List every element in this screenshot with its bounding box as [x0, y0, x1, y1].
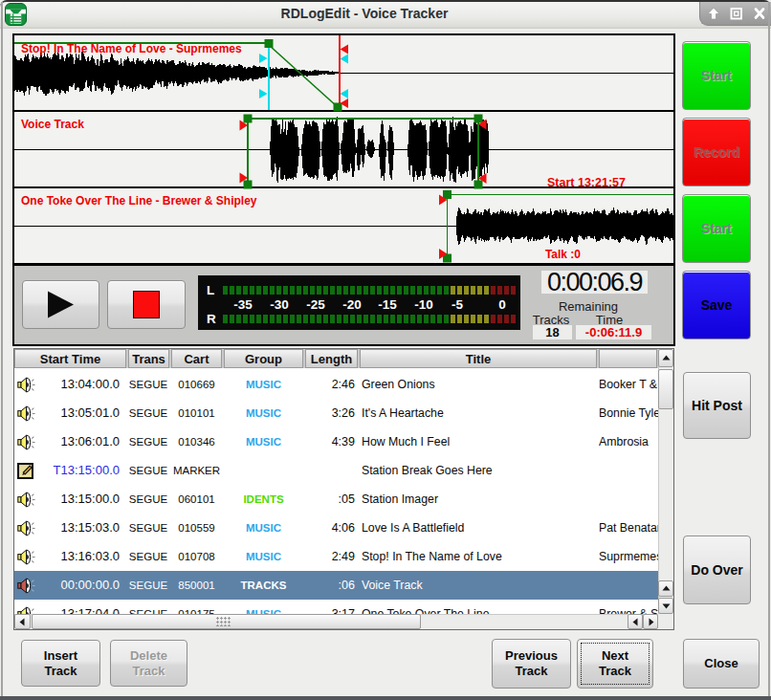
svg-text:R: R [207, 312, 216, 326]
svg-text:-10: -10 [414, 297, 433, 312]
svg-text:L: L [207, 283, 214, 297]
svg-text:One Toke Over The Line - Brewe: One Toke Over The Line - Brewer & Shiple… [21, 194, 257, 208]
svg-text:-15: -15 [378, 297, 397, 312]
svg-text:Start 13:21:57: Start 13:21:57 [547, 176, 626, 189]
svg-text:-25: -25 [306, 297, 325, 312]
svg-text:-5: -5 [452, 297, 463, 312]
svg-text:0: 0 [498, 297, 506, 312]
svg-text:Voice Track: Voice Track [21, 118, 84, 131]
svg-text:-30: -30 [270, 297, 289, 312]
svg-text:Talk :0: Talk :0 [545, 248, 581, 261]
svg-text:Stop! In The Name of Love - Su: Stop! In The Name of Love - Suprmemes [21, 42, 242, 55]
svg-text:-35: -35 [233, 297, 253, 312]
svg-text:-20: -20 [342, 297, 362, 312]
